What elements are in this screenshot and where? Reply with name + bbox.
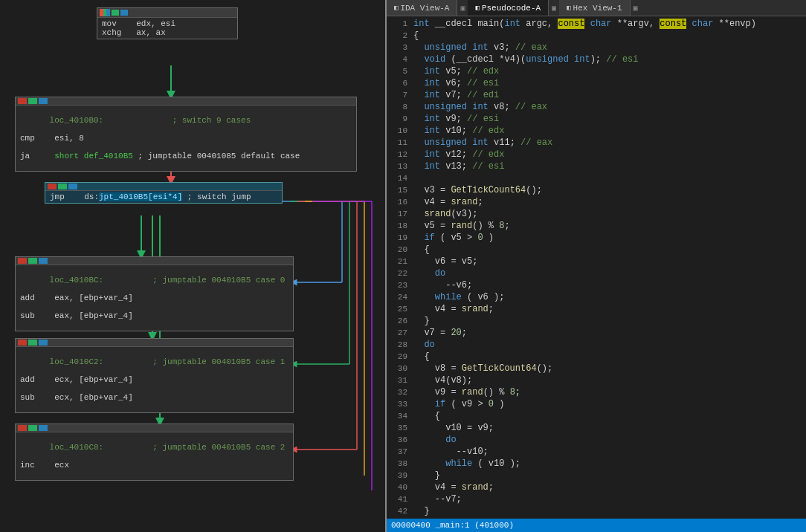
node-case1-btn-blue	[39, 340, 48, 346]
line-number-8: 8	[390, 101, 413, 113]
code-line-25: 25 v4 = srand;	[387, 303, 806, 315]
code-line-3: 3 unsigned int v3; // eax	[387, 42, 806, 53]
code-area[interactable]: 1int __cdecl main(int argc, const char *…	[387, 16, 806, 519]
code-line-34: 34 {	[387, 410, 806, 422]
line-number-10: 10	[390, 125, 413, 137]
code-line-23: 23 --v6;	[387, 279, 806, 291]
code-line-32: 32 v9 = rand() % 8;	[387, 386, 806, 398]
code-line-37: 37 --v10;	[387, 446, 806, 458]
code-line-22: 22 do	[387, 267, 806, 279]
line-content-30: v8 = GetTickCount64();	[413, 363, 552, 374]
node-btn-blue	[120, 10, 128, 16]
node-case1[interactable]: loc_4010C2: ; jumptable 004010B5 case 1 …	[15, 338, 294, 413]
line-content-7: int v7; // edi	[413, 89, 499, 101]
line-content-29: {	[413, 351, 430, 363]
code-line-19: 19 if ( v5 > 0 )	[387, 232, 806, 244]
line-content-13: int v13; // esi	[413, 160, 504, 172]
code-line-10: 10 int v10; // edx	[387, 125, 806, 137]
code-line-14: 14	[387, 172, 806, 184]
tab-hex-view-label: Hex View-1	[573, 4, 622, 13]
code-line-7: 7 int v7; // edi	[387, 89, 806, 101]
line-number-36: 36	[390, 434, 413, 446]
line-content-2: {	[413, 30, 419, 42]
ida-graph-panel[interactable]: mov edx, esi xchg ax, ax loc_4010B0: ; s…	[0, 0, 387, 532]
code-line-38: 38 while ( v10 );	[387, 458, 806, 470]
line-content-6: int v6; // esi	[413, 77, 499, 89]
tab-pseudocode[interactable]: ◧ Pseudocode-A	[468, 0, 549, 16]
node-case0-btn-blue	[39, 258, 48, 264]
code-line-40: 40 v4 = srand;	[387, 481, 806, 493]
code-line-35: 35 v10 = v9;	[387, 422, 806, 434]
line-number-6: 6	[390, 77, 413, 89]
line-number-18: 18	[390, 220, 413, 232]
line-content-20: {	[413, 244, 430, 256]
line-number-37: 37	[390, 446, 413, 458]
code-line-31: 31 v4(v8);	[387, 374, 806, 386]
code-line-20: 20 {	[387, 244, 806, 256]
node-jmp[interactable]: jmp ds:jpt_4010B5[esi*4] ; switch jump	[45, 182, 283, 204]
code-line-33: 33 if ( v9 > 0 )	[387, 398, 806, 410]
line-content-28: do	[413, 339, 435, 351]
code-line-39: 39 }	[387, 470, 806, 481]
line-content-31: v4(v8);	[413, 374, 472, 386]
line-number-32: 32	[390, 386, 413, 398]
node-top[interactable]: mov edx, esi xchg ax, ax	[97, 7, 238, 39]
code-line-17: 17 srand(v3);	[387, 208, 806, 220]
node-switch-body: loc_4010B0: ; switch 9 cases cmp esi, 8 …	[16, 106, 356, 171]
line-content-11: unsigned int v11; // eax	[413, 137, 552, 149]
line-content-40: v4 = srand;	[413, 481, 494, 493]
node-jmp-body: jmp ds:jpt_4010B5[esi*4] ; switch jump	[45, 191, 282, 203]
line-content-35: v10 = v9;	[413, 422, 494, 434]
node-case0-btn-red	[18, 258, 27, 264]
node-top-header	[97, 8, 237, 18]
code-line-9: 9 int v9; // esi	[387, 113, 806, 125]
line-number-27: 27	[390, 327, 413, 339]
code-line-27: 27 v7 = 20;	[387, 327, 806, 339]
line-number-38: 38	[390, 458, 413, 470]
node-switch[interactable]: loc_4010B0: ; switch 9 cases cmp esi, 8 …	[15, 97, 357, 172]
line-content-22: do	[413, 267, 445, 279]
tab-pseudocode-label: Pseudocode-A	[482, 4, 541, 13]
line-content-26: }	[413, 315, 430, 327]
line-content-18: v5 = rand() % 8;	[413, 220, 510, 232]
status-bar: 00000400 _main:1 (401000)	[387, 519, 806, 532]
line-number-28: 28	[390, 339, 413, 351]
line-content-10: int v10; // edx	[413, 125, 504, 137]
line-number-34: 34	[390, 410, 413, 422]
line-content-39: }	[413, 470, 440, 481]
tab-hex-view[interactable]: ◧ Hex View-1	[559, 0, 630, 16]
line-number-12: 12	[390, 149, 413, 160]
tab-bar[interactable]: ◧ IDA View-A ▣ ◧ Pseudocode-A ▣ ◧ Hex Vi…	[387, 0, 806, 16]
node-case0[interactable]: loc_4010BC: ; jumptable 004010B5 case 0 …	[15, 256, 294, 331]
line-number-16: 16	[390, 196, 413, 208]
code-line-21: 21 v6 = v5;	[387, 256, 806, 267]
line-content-12: int v12; // edx	[413, 149, 504, 160]
node-jmp-btn-green	[58, 184, 67, 189]
line-number-22: 22	[390, 267, 413, 279]
line-content-9: int v9; // esi	[413, 113, 499, 125]
line-number-20: 20	[390, 244, 413, 256]
line-content-41: --v7;	[413, 493, 462, 505]
code-line-24: 24 while ( v6 );	[387, 291, 806, 303]
node-switch-line2: ja short def_4010B5 ; jumptable 00401085…	[20, 152, 300, 160]
line-content-37: --v10;	[413, 446, 489, 458]
node-case2-btn-red	[18, 425, 27, 431]
node-btn-green	[112, 10, 119, 16]
line-number-9: 9	[390, 113, 413, 125]
node-top-body: mov edx, esi xchg ax, ax	[97, 18, 237, 39]
tab-ida-view[interactable]: ◧ IDA View-A	[387, 0, 457, 16]
line-number-33: 33	[390, 398, 413, 410]
tab-separator3: ▣	[631, 0, 641, 16]
pseudocode-panel: ◧ IDA View-A ▣ ◧ Pseudocode-A ▣ ◧ Hex Vi…	[387, 0, 806, 532]
line-number-42: 42	[390, 505, 413, 517]
code-line-13: 13 int v13; // esi	[387, 160, 806, 172]
line-number-39: 39	[390, 470, 413, 481]
node-switch-btn-blue	[39, 98, 48, 104]
line-number-17: 17	[390, 208, 413, 220]
node-case2[interactable]: loc_4010C8: ; jumptable 004010B5 case 2 …	[15, 424, 294, 481]
line-number-15: 15	[390, 184, 413, 196]
line-content-27: v7 = 20;	[413, 327, 467, 339]
node-case2-body: loc_4010C8: ; jumptable 004010B5 case 2 …	[16, 432, 293, 480]
code-line-29: 29 {	[387, 351, 806, 363]
node-btn-multi	[100, 9, 110, 16]
